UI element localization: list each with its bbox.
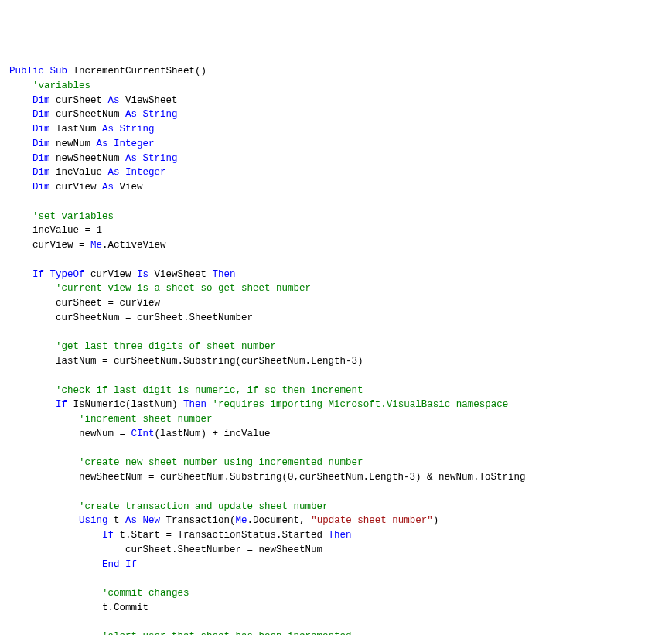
code-line: Dim incValue As Integer: [9, 166, 663, 180]
code-line: End If: [9, 558, 663, 572]
code-line: Dim lastNum As String: [9, 122, 663, 137]
keyword-token: As: [125, 153, 137, 164]
comment-token: 'commit changes: [102, 588, 189, 599]
keyword-token: String: [120, 124, 155, 135]
code-line: curSheet = curView: [9, 296, 663, 311]
code-line: newNum = CInt(lastNum) + incValue: [9, 427, 663, 442]
code-block: Public Sub IncrementCurrentSheet() 'vari…: [9, 64, 663, 635]
comment-token: 'create transaction and update sheet num…: [79, 501, 329, 512]
code-line: 'create transaction and update sheet num…: [9, 500, 663, 514]
keyword-token: If: [102, 530, 114, 541]
code-line: 'get last three digits of sheet number: [9, 340, 663, 354]
code-line: If IsNumeric(lastNum) Then 'requires imp…: [9, 398, 663, 412]
keyword-token: Me: [90, 240, 102, 251]
comment-token: 'check if last digit is numeric, if so t…: [56, 385, 363, 396]
keyword-token: Then: [213, 269, 236, 280]
keyword-token: TypeOf: [50, 269, 85, 280]
comment-token: 'current view is a sheet so get sheet nu…: [56, 283, 311, 294]
keyword-token: If: [32, 269, 44, 280]
comment-token: 'alert user that sheet has been incremen…: [102, 631, 352, 635]
code-line: Dim newSheetNum As String: [9, 152, 663, 166]
code-line: If t.Start = TransactionStatus.Started T…: [9, 528, 663, 543]
keyword-token: String: [143, 109, 178, 120]
keyword-token: Dim: [32, 167, 50, 178]
comment-token: 'increment sheet number: [79, 414, 213, 425]
keyword-token: Integer: [114, 138, 155, 149]
comment-token: 'get last three digits of sheet number: [56, 341, 276, 352]
code-line: Dim newNum As Integer: [9, 137, 663, 152]
keyword-token: Integer: [125, 167, 166, 178]
code-line: curView = Me.ActiveView: [9, 238, 663, 253]
keyword-token: Dim: [32, 109, 50, 120]
keyword-token: Then: [329, 530, 352, 541]
keyword-token: Me: [236, 515, 247, 526]
code-line: 'commit changes: [9, 586, 663, 601]
code-line: Dim curSheet As ViewSheet: [9, 94, 663, 108]
keyword-token: If: [56, 399, 67, 410]
keyword-token: As: [97, 138, 108, 149]
comment-token: 'set variables: [32, 211, 114, 222]
code-line: Dim curView As View: [9, 180, 663, 195]
code-line: Dim curSheetNum As String: [9, 108, 663, 122]
keyword-token: As: [102, 182, 114, 193]
code-line: [9, 195, 663, 210]
keyword-token: Dim: [32, 182, 50, 193]
code-line: lastNum = curSheetNum.Substring(curSheet…: [9, 354, 663, 369]
keyword-token: Dim: [32, 124, 50, 135]
code-line: 'variables: [9, 79, 663, 94]
code-line: [9, 253, 663, 268]
keyword-token: String: [143, 153, 178, 164]
code-line: [9, 572, 663, 586]
comment-token: 'variables: [32, 80, 90, 91]
keyword-token: As: [125, 109, 137, 120]
keyword-token: Using: [79, 515, 108, 526]
code-line: curSheet.SheetNumber = newSheetNum: [9, 543, 663, 558]
keyword-token: As: [108, 167, 120, 178]
code-line: newSheetNum = curSheetNum.Substring(0,cu…: [9, 470, 663, 485]
keyword-token: Then: [183, 399, 206, 410]
code-line: 'create new sheet number using increment…: [9, 456, 663, 470]
keyword-token: As New: [125, 515, 160, 526]
code-line: [9, 485, 663, 500]
code-line: 'check if last digit is numeric, if so t…: [9, 384, 663, 398]
code-line: Public Sub IncrementCurrentSheet(): [9, 64, 663, 79]
code-line: curSheetNum = curSheet.SheetNumber: [9, 311, 663, 326]
code-line: 'set variables: [9, 210, 663, 224]
keyword-token: Dim: [32, 153, 50, 164]
keyword-token: Dim: [32, 95, 50, 106]
comment-token: 'requires importing Microsoft.VisualBasi…: [213, 399, 509, 410]
keyword-token: Is: [137, 269, 148, 280]
code-line: Using t As New Transaction(Me.Document, …: [9, 514, 663, 528]
code-line: [9, 369, 663, 384]
keyword-token: As: [102, 124, 114, 135]
code-line: 'current view is a sheet so get sheet nu…: [9, 282, 663, 296]
code-line: [9, 616, 663, 630]
code-line: [9, 326, 663, 340]
keyword-token: As: [108, 95, 120, 106]
code-line: 'alert user that sheet has been incremen…: [9, 630, 663, 635]
code-line: t.Commit: [9, 601, 663, 616]
keyword-token: Public Sub: [9, 66, 67, 77]
code-line: [9, 442, 663, 456]
comment-token: 'create new sheet number using increment…: [79, 457, 363, 468]
keyword-token: Dim: [32, 138, 50, 149]
keyword-token: End If: [102, 559, 137, 570]
code-line: incValue = 1: [9, 224, 663, 238]
string-token: "update sheet number": [311, 515, 433, 526]
code-line: If TypeOf curView Is ViewSheet Then: [9, 268, 663, 282]
code-line: 'increment sheet number: [9, 412, 663, 427]
keyword-token: CInt: [131, 428, 155, 439]
